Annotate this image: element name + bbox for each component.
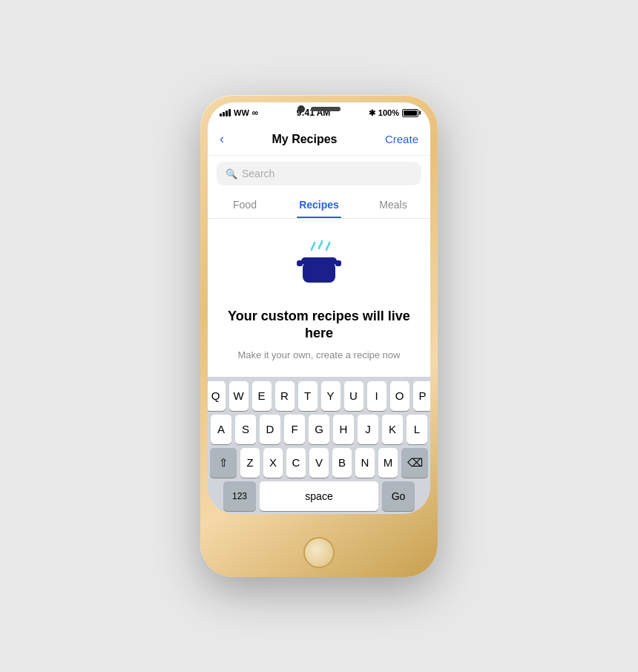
svg-rect-2	[297, 260, 303, 266]
key-s[interactable]: S	[235, 415, 256, 444]
svg-rect-1	[301, 257, 337, 265]
tab-recipes[interactable]: Recipes	[282, 191, 356, 218]
home-button[interactable]	[303, 537, 335, 568]
status-right: ✱ 100%	[369, 108, 418, 118]
battery-icon	[402, 109, 418, 117]
search-bar[interactable]: 🔍 Search	[217, 162, 421, 185]
key-n[interactable]: N	[355, 448, 375, 478]
keyboard-row-2: A S D F G H J K L	[210, 415, 428, 444]
backspace-key[interactable]: ⌫	[401, 448, 428, 478]
status-left: WW ∞	[220, 108, 258, 118]
tabs-container: Food Recipes Meals	[208, 191, 430, 219]
key-b[interactable]: B	[332, 448, 352, 478]
key-o[interactable]: O	[390, 381, 410, 411]
key-f[interactable]: F	[284, 415, 305, 444]
empty-state-title: Your custom recipes will live here	[223, 308, 415, 343]
key-p[interactable]: P	[413, 381, 431, 411]
wifi-icon: ∞	[252, 108, 259, 118]
keyboard-row-1: Q W E R T Y U I O P	[210, 381, 428, 411]
phone-frame: WW ∞ 9:41 AM ✱ 100% ‹ My Recipes Create …	[200, 95, 438, 577]
main-content: Your custom recipes will live here Make …	[208, 219, 430, 377]
key-g[interactable]: G	[309, 415, 329, 444]
key-e[interactable]: E	[252, 381, 272, 411]
key-i[interactable]: I	[367, 381, 387, 411]
search-icon: 🔍	[226, 168, 237, 179]
signal-bars-icon	[220, 109, 231, 116]
keyboard-row-4: 123 space Go	[210, 481, 428, 511]
key-y[interactable]: Y	[321, 381, 341, 411]
speaker	[311, 107, 341, 111]
empty-state-subtitle: Make it your own, create a recipe now	[238, 349, 401, 362]
battery-percent: 100%	[378, 108, 399, 117]
keyboard[interactable]: Q W E R T Y U I O P A S D F G H J K	[208, 377, 430, 514]
search-container: 🔍 Search	[208, 156, 430, 191]
key-z[interactable]: Z	[240, 448, 260, 478]
svg-rect-3	[335, 260, 341, 266]
key-m[interactable]: M	[378, 448, 398, 478]
key-k[interactable]: K	[382, 415, 403, 444]
keyboard-row-3: ⇧ Z X C V B N M ⌫	[210, 448, 428, 478]
key-w[interactable]: W	[229, 381, 249, 411]
create-button[interactable]: Create	[385, 133, 418, 145]
search-placeholder: Search	[242, 168, 274, 179]
space-key[interactable]: space	[260, 481, 378, 511]
key-t[interactable]: T	[298, 381, 318, 411]
key-x[interactable]: X	[263, 448, 283, 478]
key-r[interactable]: R	[275, 381, 295, 411]
key-u[interactable]: U	[344, 381, 364, 411]
shift-key[interactable]: ⇧	[210, 448, 237, 478]
nav-bar: ‹ My Recipes Create	[208, 123, 430, 156]
key-c[interactable]: C	[286, 448, 306, 478]
carrier-label: WW	[234, 108, 249, 117]
page-title: My Recipes	[272, 133, 337, 146]
cooking-pot-icon	[289, 234, 349, 296]
bluetooth-icon: ✱	[369, 108, 375, 118]
key-a[interactable]: A	[211, 415, 231, 444]
numbers-key[interactable]: 123	[223, 481, 256, 511]
camera	[297, 105, 305, 113]
back-button[interactable]: ‹	[220, 131, 224, 147]
phone-screen: WW ∞ 9:41 AM ✱ 100% ‹ My Recipes Create …	[208, 102, 430, 514]
tab-food[interactable]: Food	[208, 191, 282, 218]
svg-rect-0	[303, 262, 335, 283]
key-v[interactable]: V	[309, 448, 329, 478]
key-j[interactable]: J	[358, 415, 378, 444]
phone-notch	[297, 105, 341, 113]
key-l[interactable]: L	[407, 415, 427, 444]
go-key[interactable]: Go	[382, 481, 415, 511]
tab-meals[interactable]: Meals	[356, 191, 430, 218]
key-q[interactable]: Q	[208, 381, 226, 411]
key-h[interactable]: H	[333, 415, 354, 444]
key-d[interactable]: D	[260, 415, 280, 444]
